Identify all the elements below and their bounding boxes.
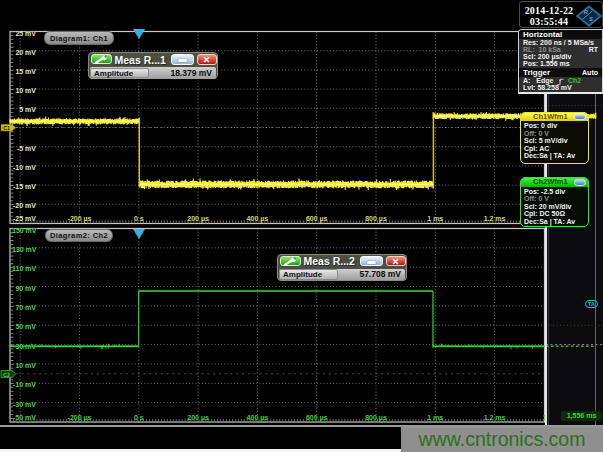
svg-text:S: S	[589, 16, 593, 22]
